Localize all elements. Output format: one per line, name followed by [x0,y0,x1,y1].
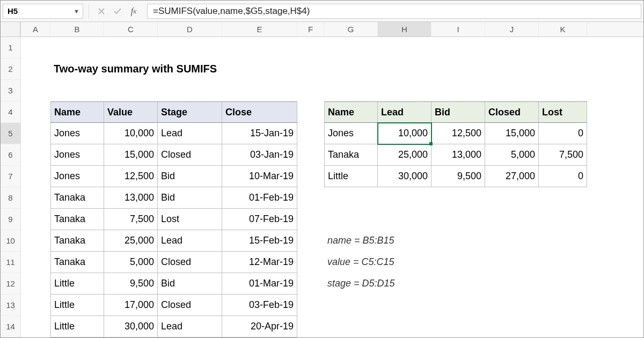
tbl2-header[interactable]: Closed [485,101,539,123]
note[interactable]: name = B5:B15 [324,230,539,252]
cell[interactable] [297,187,324,209]
tbl1-cell[interactable]: 15,000 [104,144,158,166]
cell[interactable] [297,230,324,252]
tbl1-cell[interactable]: Bid [158,187,222,209]
row-header-5[interactable]: 5 [1,123,20,144]
tbl1-cell[interactable]: 13,000 [104,187,158,209]
dropdown-icon[interactable]: ▼ [74,8,79,14]
tbl1-header[interactable]: Name [50,101,104,123]
col-header-G[interactable]: G [324,22,378,36]
tbl1-cell[interactable]: Tanaka [50,187,104,209]
row-header-8[interactable]: 8 [1,187,20,209]
tbl2-cell[interactable]: 15,000 [485,123,539,144]
tbl1-header[interactable]: Stage [158,101,222,123]
selected-cell[interactable]: 10,000 [378,123,431,144]
tbl2-cell[interactable]: 27,000 [485,166,539,187]
cell[interactable] [21,230,50,252]
col-header-F[interactable]: F [297,22,324,36]
cell[interactable] [21,187,50,209]
tbl1-cell[interactable]: Lost [158,209,222,230]
tbl1-cell[interactable]: 12-Mar-19 [222,252,297,273]
col-header-D[interactable]: D [158,22,222,36]
note[interactable]: value = C5:C15 [324,252,539,273]
tbl1-cell[interactable]: 15-Jan-19 [222,123,297,144]
cell[interactable] [21,101,50,123]
row-header-14[interactable]: 14 [1,316,20,337]
fx-icon[interactable]: fx [127,4,141,18]
cell[interactable] [21,295,50,316]
tbl1-cell[interactable]: 03-Jan-19 [222,144,297,166]
row-header-2[interactable]: 2 [1,58,20,80]
tbl1-cell[interactable]: Lead [158,316,222,337]
name-box[interactable]: H5 ▼ [3,4,83,19]
col-header-C[interactable]: C [104,22,158,36]
cancel-icon[interactable] [94,4,108,18]
tbl1-cell[interactable]: 10,000 [104,123,158,144]
row-header-4[interactable]: 4 [1,101,20,123]
tbl1-cell[interactable]: 30,000 [104,316,158,337]
cell[interactable] [297,123,324,144]
tbl2-cell[interactable]: 0 [539,123,587,144]
tbl2-header[interactable]: Name [324,101,378,123]
tbl1-cell[interactable]: Little [50,316,104,337]
tbl1-cell[interactable]: 7,500 [104,209,158,230]
cell[interactable] [21,273,50,295]
col-header-A[interactable]: A [21,22,50,36]
select-all-corner[interactable] [1,22,20,37]
tbl1-cell[interactable]: 01-Mar-19 [222,273,297,295]
tbl1-cell[interactable]: Jones [50,166,104,187]
tbl1-header[interactable]: Close [222,101,297,123]
note[interactable]: stage = D5:D15 [324,273,539,295]
cell[interactable] [21,316,50,337]
cell[interactable] [21,123,50,144]
row-header-1[interactable]: 1 [1,37,20,58]
tbl1-cell[interactable]: 10-Mar-19 [222,166,297,187]
tbl2-cell[interactable]: Jones [324,123,378,144]
cell[interactable] [21,166,50,187]
tbl1-cell[interactable]: 15-Feb-19 [222,230,297,252]
tbl2-header[interactable]: Bid [431,101,485,123]
tbl2-cell[interactable]: 13,000 [431,144,485,166]
cell[interactable] [21,209,50,230]
tbl1-cell[interactable]: 25,000 [104,230,158,252]
tbl1-cell[interactable]: Closed [158,144,222,166]
tbl2-cell[interactable]: 9,500 [431,166,485,187]
col-header-E[interactable]: E [222,22,297,36]
cell[interactable] [297,209,324,230]
tbl2-cell[interactable]: Tanaka [324,144,378,166]
tbl2-cell[interactable]: 7,500 [539,144,587,166]
tbl1-cell[interactable]: 17,000 [104,295,158,316]
cell[interactable] [21,252,50,273]
tbl1-cell[interactable]: Tanaka [50,230,104,252]
tbl2-cell[interactable]: 5,000 [485,144,539,166]
tbl1-cell[interactable]: Closed [158,252,222,273]
tbl1-cell[interactable]: 03-Feb-19 [222,295,297,316]
confirm-icon[interactable] [111,4,125,18]
col-header-J[interactable]: J [485,22,539,36]
tbl1-cell[interactable]: Tanaka [50,209,104,230]
tbl1-cell[interactable]: Bid [158,273,222,295]
col-header-I[interactable]: I [431,22,485,36]
tbl1-cell[interactable]: 07-Feb-19 [222,209,297,230]
tbl1-cell[interactable]: Closed [158,295,222,316]
row-header-7[interactable]: 7 [1,166,20,187]
tbl1-cell[interactable]: Jones [50,144,104,166]
row-header-10[interactable]: 10 [1,230,20,252]
page-title[interactable]: Two-way summary with SUMIFS [50,58,372,80]
row-header-13[interactable]: 13 [1,295,20,316]
tbl2-cell[interactable]: 25,000 [378,144,431,166]
tbl2-header[interactable]: Lost [539,101,587,123]
row-header-9[interactable]: 9 [1,209,20,230]
col-header-K[interactable]: K [539,22,587,36]
tbl1-cell[interactable]: Little [50,273,104,295]
cell[interactable] [21,37,50,58]
tbl2-cell[interactable]: 30,000 [378,166,431,187]
tbl1-cell[interactable]: Lead [158,123,222,144]
cell[interactable] [21,58,50,80]
cell[interactable] [297,144,324,166]
row-header-3[interactable]: 3 [1,80,20,101]
row-header-6[interactable]: 6 [1,144,20,166]
col-header-B[interactable]: B [50,22,104,36]
col-header-H[interactable]: H [378,22,431,36]
cell[interactable] [297,273,324,295]
